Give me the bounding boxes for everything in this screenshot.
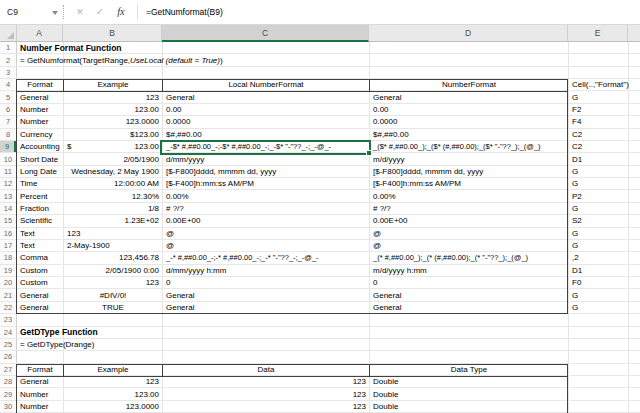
cell-B7[interactable]: 123.0000	[64, 116, 162, 127]
row-header-14[interactable]: 14	[0, 203, 16, 214]
cell-A17[interactable]: Text	[17, 240, 63, 251]
cell-D16[interactable]: @	[370, 228, 568, 239]
select-all-corner[interactable]	[0, 25, 17, 41]
cell-A30[interactable]: Number	[17, 401, 63, 412]
cell-B19[interactable]: 2/05/1900 0:00	[64, 265, 162, 276]
enter-icon[interactable]: ✓	[92, 0, 108, 24]
cell-D8[interactable]: $#,##0.00	[370, 129, 568, 140]
cell-B18[interactable]: 123,456.78	[64, 252, 162, 263]
cell-C30[interactable]: 123	[163, 401, 369, 412]
cell-E4[interactable]: Cell(..,"Format")	[569, 79, 628, 90]
row-header-8[interactable]: 8	[0, 129, 16, 140]
row-header-6[interactable]: 6	[0, 104, 16, 115]
cell-A4[interactable]: Format	[17, 79, 63, 90]
cell-A18[interactable]: Comma	[17, 252, 63, 263]
cell-B28[interactable]: 123	[64, 376, 162, 387]
cell-C15[interactable]: 0.00E+00	[163, 215, 369, 226]
cell-B29[interactable]: 123.00	[64, 388, 162, 399]
cell-B30[interactable]: 123.0000	[64, 401, 162, 412]
cell-C19[interactable]: d/mm/yyyy h:mm	[163, 265, 369, 276]
row-header-12[interactable]: 12	[0, 178, 16, 189]
cell-D27[interactable]: Data Type	[370, 364, 568, 375]
cell-B6[interactable]: 123.00	[64, 104, 162, 115]
cell-E19[interactable]: D1	[569, 265, 628, 276]
row-header-21[interactable]: 21	[0, 289, 16, 300]
cell-D17[interactable]: @	[370, 240, 568, 251]
cell-D4[interactable]: NumberFormat	[370, 79, 568, 90]
formula-input[interactable]: =GetNumformat(B9)	[146, 0, 223, 24]
row-header-11[interactable]: 11	[0, 166, 16, 177]
row-header-26[interactable]: 26	[0, 351, 16, 362]
cell-B5[interactable]: 123	[64, 91, 162, 102]
row-header-1[interactable]: 1	[0, 42, 16, 53]
cell-E16[interactable]: G	[569, 228, 628, 239]
cell-A16[interactable]: Text	[17, 228, 63, 239]
cell-E11[interactable]: G	[569, 166, 628, 177]
cell-A7[interactable]: Number	[17, 116, 63, 127]
cell-A22[interactable]: General	[17, 302, 63, 313]
cell-A8[interactable]: Currency	[17, 129, 63, 140]
cell-A6[interactable]: Number	[17, 104, 63, 115]
name-box-dropdown-icon[interactable]	[52, 11, 58, 15]
cell-A9[interactable]: Accounting	[17, 141, 63, 152]
row-header-28[interactable]: 28	[0, 376, 16, 387]
cell-C11[interactable]: [$-F800]dddd, mmmm dd, yyyy	[163, 166, 369, 177]
row-header-22[interactable]: 22	[0, 302, 16, 313]
cell-B10[interactable]: 2/05/1900	[64, 153, 162, 164]
cell-E14[interactable]: G	[569, 203, 628, 214]
cell-D12[interactable]: [$-F400]h:mm:ss AM/PM	[370, 178, 568, 189]
cell-E21[interactable]: G	[569, 289, 628, 300]
cell-C17[interactable]: @	[163, 240, 369, 251]
cell-D28[interactable]: Double	[370, 376, 568, 387]
cell-C18[interactable]: _-* #,##0.00_-;-* #,##0.00_-;_-* "-"??_-…	[163, 252, 369, 263]
cell-C20[interactable]: 0	[163, 277, 369, 288]
cell-A2[interactable]: = GetNumformat(TargetRange, UseLocal (de…	[17, 54, 63, 65]
cell-E20[interactable]: F0	[569, 277, 628, 288]
row-header-24[interactable]: 24	[0, 327, 16, 338]
cell-B4[interactable]: Example	[64, 79, 162, 90]
cell-E12[interactable]: G	[569, 178, 628, 189]
cell-E13[interactable]: P2	[569, 190, 628, 201]
cell-A1[interactable]: Number Format Function	[17, 42, 63, 53]
cell-C16[interactable]: @	[163, 228, 369, 239]
cell-C28[interactable]: 123	[163, 376, 369, 387]
cell-E17[interactable]: G	[569, 240, 628, 251]
cell-A10[interactable]: Short Date	[17, 153, 63, 164]
cell-A12[interactable]: Time	[17, 178, 63, 189]
row-header-10[interactable]: 10	[0, 153, 16, 164]
cell-E15[interactable]: S2	[569, 215, 628, 226]
cell-E9[interactable]: C2	[569, 141, 628, 152]
row-header-16[interactable]: 16	[0, 228, 16, 239]
cell-B27[interactable]: Example	[64, 364, 162, 375]
cell-D7[interactable]: 0.0000	[370, 116, 568, 127]
cell-C4[interactable]: Local NumberFormat	[163, 79, 369, 90]
cell-A27[interactable]: Format	[17, 364, 63, 375]
cell-D13[interactable]: 0.00%	[370, 190, 568, 201]
cell-B13[interactable]: 12.30%	[64, 190, 162, 201]
row-header-27[interactable]: 27	[0, 364, 16, 375]
cell-D10[interactable]: m/d/yyyy	[370, 153, 568, 164]
cell-A19[interactable]: Custom	[17, 265, 63, 276]
cell-A5[interactable]: General	[17, 91, 63, 102]
row-header-17[interactable]: 17	[0, 240, 16, 251]
cell-A25[interactable]: = GetDType(Drange)	[17, 339, 63, 350]
cell-C9[interactable]: _-$* #,##0.00_-;-$* #,##0.00_-;_-$* "-"?…	[163, 141, 369, 152]
cell-B9[interactable]: $123.00	[64, 141, 162, 152]
cell-E10[interactable]: D1	[569, 153, 628, 164]
row-header-4[interactable]: 4	[0, 79, 16, 90]
cell-D21[interactable]: General	[370, 289, 568, 300]
cell-A29[interactable]: Number	[17, 388, 63, 399]
cell-C8[interactable]: $#,##0.00	[163, 129, 369, 140]
cell-B22[interactable]: TRUE	[64, 302, 162, 313]
cell-E6[interactable]: F2	[569, 104, 628, 115]
cell-D29[interactable]: Double	[370, 388, 568, 399]
cell-D9[interactable]: _($* #,##0.00_);_($* (#,##0.00);_($* "-"…	[370, 141, 568, 152]
cell-D22[interactable]: General	[370, 302, 568, 313]
cell-C6[interactable]: 0.00	[163, 104, 369, 115]
column-header-A[interactable]: A	[16, 25, 63, 41]
cell-B12[interactable]: 12:00:00 AM	[64, 178, 162, 189]
column-header-D[interactable]: D	[369, 25, 568, 41]
cell-D6[interactable]: 0.00	[370, 104, 568, 115]
row-header-7[interactable]: 7	[0, 116, 16, 127]
cell-C27[interactable]: Data	[163, 364, 369, 375]
